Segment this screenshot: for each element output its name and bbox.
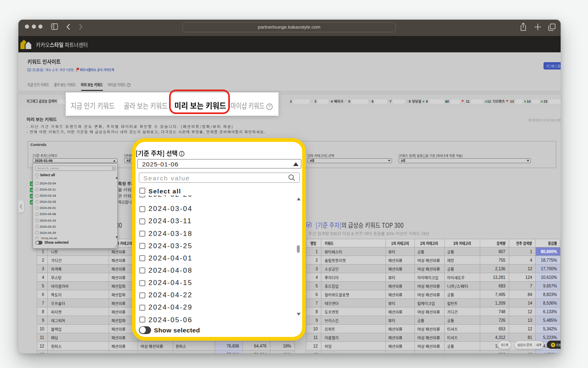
svg-text:?: ?: [268, 104, 271, 109]
svg-text:?: ?: [128, 83, 129, 86]
